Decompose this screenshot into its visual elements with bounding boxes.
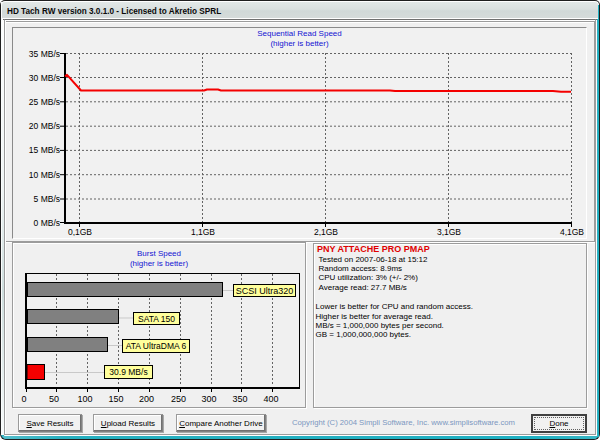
- svg-text:30 MB/s: 30 MB/s: [29, 73, 60, 83]
- svg-text:20 MB/s: 20 MB/s: [29, 121, 60, 131]
- svg-text:35 MB/s: 35 MB/s: [29, 49, 60, 59]
- svg-text:100: 100: [77, 394, 92, 404]
- svg-text:250: 250: [171, 394, 186, 404]
- svg-text:25 MB/s: 25 MB/s: [29, 97, 60, 107]
- svg-text:0,1GB: 0,1GB: [68, 227, 92, 236]
- svg-text:15 MB/s: 15 MB/s: [29, 145, 60, 155]
- svg-text:0: 0: [21, 394, 26, 404]
- svg-text:0 MB/s: 0 MB/s: [34, 218, 60, 228]
- svg-text:200: 200: [139, 394, 154, 404]
- svg-text:50: 50: [49, 394, 59, 404]
- svg-text:SCSI Ultra320: SCSI Ultra320: [236, 286, 294, 296]
- svg-text:4,1GB: 4,1GB: [560, 227, 584, 236]
- svg-text:30.9 MB/s: 30.9 MB/s: [109, 367, 147, 377]
- svg-text:3,1GB: 3,1GB: [437, 227, 461, 236]
- svg-text:150: 150: [108, 394, 123, 404]
- svg-text:5 MB/s: 5 MB/s: [34, 194, 60, 204]
- svg-text:350: 350: [232, 394, 247, 404]
- svg-text:400: 400: [263, 394, 278, 404]
- svg-text:SATA 150: SATA 150: [138, 314, 175, 324]
- svg-text:2,1GB: 2,1GB: [314, 227, 338, 236]
- svg-text:300: 300: [201, 394, 216, 404]
- svg-text:1,1GB: 1,1GB: [191, 227, 215, 236]
- svg-text:ATA UltraDMA 6: ATA UltraDMA 6: [126, 341, 187, 351]
- svg-text:10 MB/s: 10 MB/s: [29, 170, 60, 180]
